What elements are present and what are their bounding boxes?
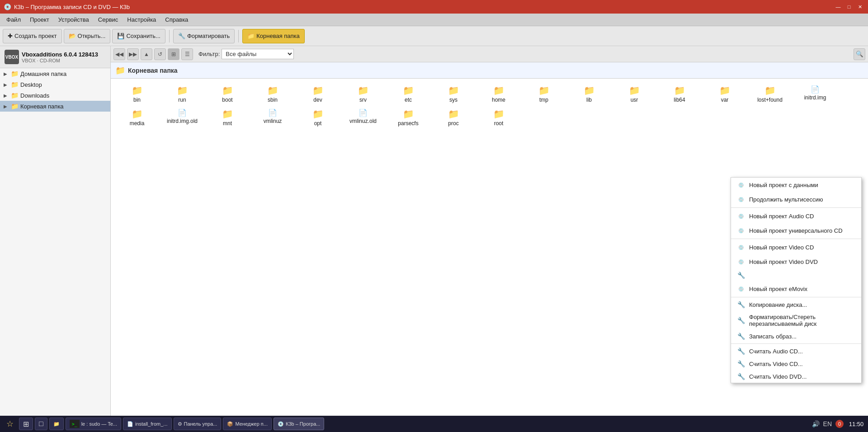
format-button[interactable]: 🔧 Форматировать [173,29,235,43]
menu-service[interactable]: Сервис [94,14,123,25]
taskbar-k3b-button[interactable]: 💿 К3b – Програ... [274,418,324,430]
file-item[interactable]: 📁dev [295,82,340,106]
file-item[interactable]: 📁root [476,106,521,129]
context-menu-item[interactable]: 💿Новый проект Audio CD [731,209,861,223]
context-menu-item[interactable]: 🔧Считать Audio CD... [731,345,861,357]
file-item[interactable]: 📁opt [295,106,340,129]
updates-indicator: 0 [835,420,844,428]
search-button[interactable]: 🔍 [854,48,865,60]
nav-refresh-button[interactable]: ↺ [154,48,166,60]
titlebar-controls[interactable]: — □ ✕ [834,2,864,11]
file-item[interactable]: 📁etc [386,82,431,106]
file-item[interactable]: 📁bin [114,82,160,106]
context-menu-item[interactable]: 🔧Считать Video CD... [731,357,861,370]
file-item[interactable]: 📄initrd.img [793,82,838,106]
root-folder-button[interactable]: 📁 Корневая папка [242,29,305,43]
context-menu-separator [731,207,861,208]
context-menu-item[interactable]: 💿Новый проект универсального CD [731,223,861,238]
context-menu-item[interactable]: 💿Новый проект eMovix [731,282,861,296]
toolbar-separator [169,30,170,42]
file-item[interactable]: 📁tmp [521,82,566,106]
folder-icon: 📁 [403,108,414,119]
file-item[interactable]: 📄vmlinuz.old [340,106,386,129]
menu-devices[interactable]: Устройства [54,14,94,25]
nav-up-button[interactable]: ▲ [141,48,152,60]
file-item[interactable]: 📁mnt [205,106,250,129]
terminal-icon: >_ [70,420,80,428]
file-name: usr [631,97,638,103]
file-item[interactable]: 📁srv [340,82,386,106]
folder-icon: 📁 [719,85,731,96]
context-menu-item[interactable]: 💿Новый проект Video CD [731,240,861,254]
file-item[interactable]: 📁var [702,82,747,106]
menu-help[interactable]: Справка [160,14,193,25]
nav-back-button[interactable]: ◀◀ [113,48,125,60]
disc-icon: 💿 [736,195,745,204]
context-menu-item[interactable]: 🔧Считать Video DVD... [731,370,861,383]
nav-forward-button[interactable]: ▶▶ [127,48,139,60]
sidebar-item-home[interactable]: ▶ 📁 Домашняя папка [0,68,110,79]
context-menu-item-label: Форматировать/Стереть перезаписываемый д… [749,314,856,327]
minimize-button[interactable]: — [834,2,843,11]
taskbar-window-button[interactable]: □ [35,418,47,430]
save-button[interactable]: 💾 Сохранить... [112,29,165,43]
desktop-folder-icon: 📁 [11,81,19,88]
context-menu-item[interactable]: 💿Продолжить мультисессию [731,192,861,207]
network-tray-icon[interactable]: 🔊 [812,420,820,427]
folder-icon: 📁 [448,108,459,119]
file-item[interactable]: 📄initrd.img.old [160,106,205,129]
disc-icon: 💿 [736,226,745,235]
context-menu-item[interactable]: 💿Новый проект Video DVD [731,254,861,269]
file-item[interactable]: 📁lib [566,82,612,106]
view-grid-button[interactable]: ⊞ [168,48,179,60]
taskbar-files-button[interactable]: 📁 [49,418,64,430]
taskbar-grid-button[interactable]: ⊞ [19,418,33,430]
taskbar-panel-button[interactable]: ⚙ Панель упра... [174,418,222,430]
file-name: sbin [268,97,278,103]
file-item[interactable]: 📁usr [612,82,657,106]
sidebar-item-desktop[interactable]: ▶ 📁 Desktop [0,79,110,90]
open-button[interactable]: 📂 Открыть... [64,29,111,43]
install-label: install_from_... [135,421,168,427]
context-menu-item[interactable]: 🔧Форматировать/Стереть перезаписываемый … [731,311,861,330]
context-menu-item[interactable]: 💿Новый проект с данными [731,178,861,192]
file-item[interactable]: 📁lost+found [747,82,793,106]
panel-icon: ⚙ [178,421,182,427]
file-item[interactable]: 📁home [476,82,521,106]
file-item[interactable]: 📄vmlinuz [250,106,295,129]
taskbar-install-button[interactable]: 📄 install_from_... [123,418,172,430]
taskbar-terminal-button[interactable]: >_ le : sudo — Te... [66,418,121,430]
file-item[interactable]: 📁sys [431,82,476,106]
context-menu-item[interactable]: 🔧 [731,269,861,282]
filter-select[interactable]: Все файлы [222,49,294,59]
file-name: proc [448,120,458,127]
sidebar-item-downloads[interactable]: ▶ 📁 Downloads [0,90,110,101]
maximize-button[interactable]: □ [844,2,854,11]
lang-indicator[interactable]: EN [823,420,832,427]
taskbar-manager-button[interactable]: 📦 Менеджер п... [223,418,272,430]
taskbar-star-button[interactable]: ☆ [3,418,17,430]
sidebar-item-root[interactable]: ▶ 📁 Корневая папка [0,101,110,112]
context-menu-item[interactable]: 🔧Записать образ... [731,330,861,343]
context-menu-item[interactable]: 🔧Копирование диска... [731,298,861,311]
file-item[interactable]: 📁boot [205,82,250,106]
file-item[interactable]: 📁run [160,82,205,106]
drive-type: VBOX · CD-ROM [22,58,98,63]
view-list-button[interactable]: ☰ [181,48,193,60]
file-item[interactable]: 📁media [114,106,160,129]
file-item[interactable]: 📁sbin [250,82,295,106]
menu-file[interactable]: Файл [2,14,25,25]
file-item[interactable]: 📁proc [431,106,476,129]
context-menu-item-label: Считать Audio CD... [749,348,803,355]
create-project-button[interactable]: ✚ Создать проект [3,29,62,43]
drive-header[interactable]: VBOX Vboxadditions 6.0.4 128413 VBOX · C… [0,46,110,68]
close-button[interactable]: ✕ [855,2,864,11]
context-menu-item-label: Копирование диска... [749,301,807,308]
folder-icon: 📁 [764,85,776,96]
file-item[interactable]: 📁parsecfs [386,106,431,129]
file-item[interactable]: 📁lib64 [657,82,702,106]
menu-settings[interactable]: Настройка [123,14,160,25]
folder-icon: 📁 [493,85,505,96]
menu-project[interactable]: Проект [25,14,54,25]
create-project-icon: ✚ [8,33,13,39]
